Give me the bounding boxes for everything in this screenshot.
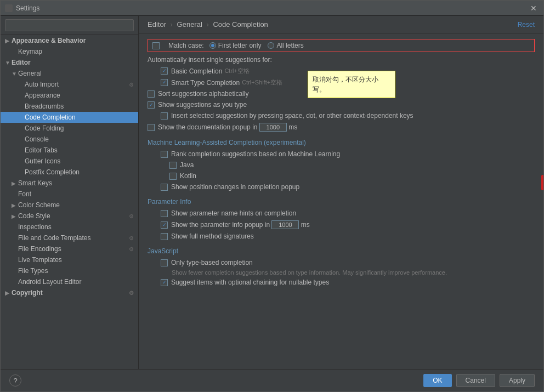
- sidebar-item-appearance[interactable]: Appearance: [1, 90, 138, 101]
- param-name-hints-checkbox[interactable]: [161, 210, 168, 217]
- sidebar-item-editor-tabs[interactable]: Editor Tabs: [1, 145, 138, 156]
- js-nullable-label: Suggest items with optional chaining for…: [171, 279, 329, 286]
- radio-dot-all-letters: [268, 42, 274, 49]
- radio-all-letters[interactable]: All letters: [268, 42, 303, 49]
- param-name-hints-label: Show parameter name hints on completion: [171, 209, 296, 217]
- basic-completion-checkbox[interactable]: [161, 67, 168, 75]
- arrow-icon: ▼: [5, 60, 12, 66]
- smart-type-checkbox[interactable]: [161, 79, 168, 86]
- all-letters-label: All letters: [276, 42, 303, 49]
- auto-insert-row: Automatically insert single suggestions …: [148, 55, 535, 64]
- cancel-button[interactable]: Cancel: [456, 374, 495, 387]
- breadcrumb-editor: Editor: [148, 20, 166, 29]
- show-doc-popup-unit: ms: [288, 123, 297, 131]
- js-type-based-label: Only type-based completion: [171, 259, 253, 266]
- sidebar-item-gutter-icons[interactable]: Gutter Icons: [1, 156, 138, 167]
- js-nullable-checkbox[interactable]: [161, 279, 168, 286]
- search-box: [1, 16, 138, 35]
- radio-first-letter[interactable]: First letter only: [209, 42, 262, 49]
- param-info-popup-row: Show the parameter info popup in ms: [148, 220, 535, 230]
- sidebar-item-appearance-behavior[interactable]: ▶ Appearance & Behavior: [1, 35, 138, 46]
- ml-rank-checkbox[interactable]: [161, 151, 168, 158]
- arrow-icon: ▶: [12, 213, 18, 219]
- help-button[interactable]: ?: [9, 374, 21, 387]
- sidebar-label: Code Completion: [25, 113, 76, 121]
- gear-icon: ⚙: [129, 82, 134, 88]
- sidebar-item-font[interactable]: Font: [1, 189, 138, 200]
- param-info-popup-unit: ms: [301, 221, 310, 229]
- param-full-sigs-checkbox[interactable]: [161, 233, 168, 240]
- param-info-popup-checkbox[interactable]: [161, 221, 168, 229]
- gear-icon: ⚙: [129, 290, 134, 296]
- close-button[interactable]: ✕: [528, 3, 539, 13]
- js-type-based-checkbox[interactable]: [161, 259, 168, 266]
- sidebar-label: Editor Tabs: [25, 146, 58, 154]
- arrow-icon: ▶: [12, 202, 18, 208]
- basic-completion-shortcut: Ctrl+空格: [224, 67, 250, 75]
- sidebar-item-console[interactable]: Console: [1, 134, 138, 145]
- action-buttons: OK Cancel Apply: [423, 374, 535, 387]
- insert-selected-checkbox[interactable]: [161, 112, 168, 120]
- sidebar-item-code-completion[interactable]: Code Completion: [1, 112, 138, 123]
- sidebar-item-general[interactable]: ▼ General: [1, 68, 138, 79]
- sidebar-item-code-folding[interactable]: Code Folding: [1, 123, 138, 134]
- ml-kotlin-checkbox[interactable]: [169, 173, 177, 180]
- gear-icon: ⚙: [129, 213, 134, 219]
- sidebar-label: Color Scheme: [18, 201, 60, 209]
- ml-java-checkbox[interactable]: [169, 162, 177, 169]
- breadcrumb-sep2: ›: [206, 20, 208, 29]
- sidebar-item-smart-keys[interactable]: ▶ Smart Keys: [1, 178, 138, 189]
- show-doc-popup-row: Show the documentation popup in ms: [148, 122, 535, 132]
- search-input[interactable]: [5, 19, 134, 31]
- param-full-sigs-label: Show full method signatures: [171, 232, 254, 240]
- tooltip-text: 取消对勾，不区分大小写。: [313, 76, 378, 93]
- show-suggestions-label: Show suggestions as you type: [158, 101, 247, 109]
- reset-button[interactable]: Reset: [518, 21, 535, 29]
- javascript-section-label: JavaScript: [148, 247, 535, 255]
- sidebar-label: Appearance & Behavior: [12, 37, 86, 44]
- sidebar-item-copyright[interactable]: ▶ Copyright ⚙: [1, 287, 138, 298]
- sidebar-label: Code Style: [18, 212, 50, 220]
- title-bar-title: Settings: [16, 4, 528, 12]
- sidebar-label: Smart Keys: [18, 179, 52, 187]
- smart-type-label: Smart Type Completion: [171, 79, 240, 87]
- sidebar-label: Font: [18, 190, 31, 198]
- title-bar: Settings ✕: [1, 1, 543, 16]
- sidebar-item-file-code-templates[interactable]: File and Code Templates ⚙: [1, 232, 138, 243]
- bottom-bar: ? OK Cancel Apply: [1, 369, 543, 391]
- apply-button[interactable]: Apply: [500, 374, 535, 387]
- breadcrumb-sep: ›: [171, 20, 173, 29]
- sidebar-item-file-encodings[interactable]: File Encodings ⚙: [1, 243, 138, 254]
- sidebar-item-code-style[interactable]: ▶ Code Style ⚙: [1, 211, 138, 221]
- doc-popup-value-input[interactable]: [259, 123, 287, 132]
- sidebar-item-file-types[interactable]: File Types: [1, 265, 138, 276]
- show-doc-popup-checkbox[interactable]: [148, 124, 155, 131]
- ml-kotlin-label: Kotlin: [180, 172, 196, 180]
- ml-position-checkbox[interactable]: [161, 184, 168, 191]
- match-case-checkbox[interactable]: [152, 42, 160, 49]
- red-accent-bar: [541, 175, 543, 190]
- insert-selected-row: Insert selected suggestion by pressing s…: [148, 111, 535, 120]
- sidebar-label: Live Templates: [18, 256, 62, 264]
- sidebar-item-auto-import[interactable]: Auto Import ⚙: [1, 79, 138, 90]
- sidebar-item-android-layout[interactable]: Android Layout Editor: [1, 276, 138, 287]
- gear-icon: ⚙: [129, 246, 134, 252]
- sidebar-label: General: [18, 70, 42, 77]
- sidebar-item-breadcrumbs[interactable]: Breadcrumbs: [1, 101, 138, 112]
- sidebar-item-keymap[interactable]: Keymap: [1, 46, 138, 57]
- show-suggestions-checkbox[interactable]: [148, 101, 155, 109]
- sidebar-label: File and Code Templates: [18, 234, 91, 242]
- ok-button[interactable]: OK: [423, 374, 451, 387]
- sidebar-label: Gutter Icons: [25, 157, 60, 165]
- sidebar-item-editor[interactable]: ▼ Editor: [1, 57, 138, 68]
- ml-rank-row: Rank completion suggestions based on Mac…: [148, 150, 535, 158]
- sidebar-item-postfix-completion[interactable]: Postfix Completion: [1, 167, 138, 178]
- sidebar-item-live-templates[interactable]: Live Templates: [1, 254, 138, 265]
- auto-insert-label: Automatically insert single suggestions …: [148, 56, 272, 64]
- radio-dot-first-letter: [209, 42, 216, 49]
- param-info-popup-value-input[interactable]: [271, 220, 299, 229]
- sidebar-item-inspections[interactable]: Inspections: [1, 221, 138, 232]
- sort-alpha-checkbox[interactable]: [148, 90, 155, 98]
- basic-completion-label: Basic Completion: [171, 67, 222, 75]
- sidebar-item-color-scheme[interactable]: ▶ Color Scheme: [1, 200, 138, 211]
